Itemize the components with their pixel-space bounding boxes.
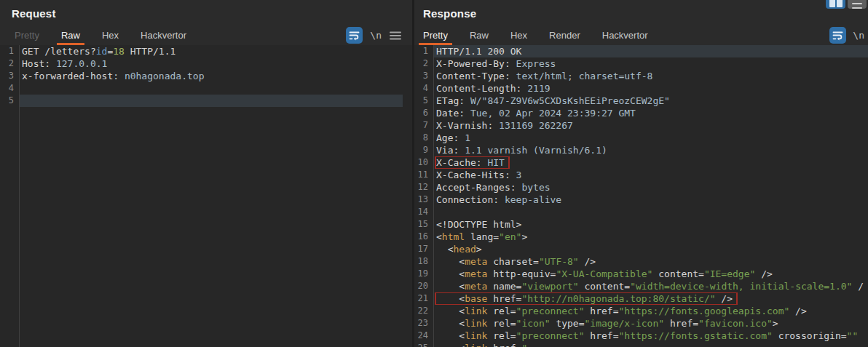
split-columns-button[interactable]: [826, 0, 845, 9]
word-wrap-glyph: [349, 30, 360, 41]
code-line[interactable]: 14: [414, 206, 868, 218]
window-menu-button[interactable]: [848, 0, 867, 9]
line-number: 12: [414, 181, 433, 194]
line-number: 2: [414, 57, 433, 70]
code-line[interactable]: 5ETag: W/"847-Z9V6w5CXDsKshEEiPreozCEW2g…: [414, 95, 868, 107]
code-line[interactable]: 18 <meta charset="UTF-8" />: [414, 255, 868, 268]
tab-hackvertor[interactable]: Hackvertor: [598, 27, 652, 45]
code-text: <!DOCTYPE html>: [433, 218, 868, 231]
code-line[interactable]: 24 <link rel="preconnect" href="https://…: [414, 330, 868, 342]
code-text: <head>: [433, 243, 868, 255]
code-line[interactable]: 1HTTP/1.1 200 OK: [414, 45, 868, 57]
response-editor-pretty[interactable]: 1HTTP/1.1 200 OK2X-Powered-By: Express3C…: [414, 45, 868, 347]
code-line[interactable]: 9Via: 1.1 varnish (Varnish/6.1): [414, 144, 868, 156]
code-line[interactable]: 3x-forwarded-host: n0hagonada.top: [0, 70, 412, 82]
code-text: Content-Length: 2119: [433, 82, 868, 95]
code-line[interactable]: 16<html lang="en">: [414, 231, 868, 243]
editor-menu-icon[interactable]: [389, 31, 402, 41]
code-line[interactable]: 6Date: Tue, 02 Apr 2024 23:39:27 GMT: [414, 107, 868, 119]
code-line[interactable]: 4: [0, 82, 412, 95]
code-text: <link rel="preconnect" href="https://fon…: [433, 305, 868, 317]
code-text: Connection: keep-alive: [433, 194, 868, 206]
line-number: 11: [414, 169, 433, 181]
code-text: <meta name="viewport" content="width=dev…: [433, 280, 868, 292]
show-newlines-icon[interactable]: \n: [370, 30, 382, 41]
word-wrap-icon[interactable]: [829, 27, 846, 44]
line-number: 1: [414, 45, 433, 57]
code-line[interactable]: 20 <meta name="viewport" content="width=…: [414, 280, 868, 292]
code-line[interactable]: 3Content-Type: text/html; charset=utf-8: [414, 70, 868, 82]
tab-hex[interactable]: Hex: [506, 27, 532, 45]
column-bar-icon: [829, 0, 835, 7]
code-line[interactable]: 17 <head>: [414, 243, 868, 255]
code-line[interactable]: 1GET /letters?id=18 HTTP/1.1: [0, 45, 412, 57]
tab-raw[interactable]: Raw: [465, 27, 493, 45]
line-number: 20: [414, 280, 433, 292]
code-line[interactable]: 19 <meta http-equiv="X-UA-Compatible" co…: [414, 268, 868, 280]
request-editor-raw[interactable]: 1GET /letters?id=18 HTTP/1.12Host: 127.0…: [0, 45, 412, 347]
code-text: HTTP/1.1 200 OK: [433, 45, 868, 57]
code-line[interactable]: 13Connection: keep-alive: [414, 194, 868, 206]
line-number: 7: [414, 119, 433, 132]
response-toolbar: \n: [829, 27, 868, 44]
line-number: 22: [414, 305, 433, 317]
tab-render[interactable]: Render: [545, 27, 585, 45]
code-line[interactable]: 10X-Cache: HIT: [414, 156, 868, 169]
code-text: <link rel="icon" type="image/x-icon" hre…: [433, 317, 868, 330]
code-text: GET /letters?id=18 HTTP/1.1: [19, 45, 412, 57]
code-line[interactable]: 23 <link rel="icon" type="image/x-icon" …: [414, 317, 868, 330]
code-text: Accept-Ranges: bytes: [433, 181, 868, 194]
code-line[interactable]: 4Content-Length: 2119: [414, 82, 868, 95]
code-line[interactable]: 5: [0, 95, 412, 107]
response-header: Response: [414, 0, 868, 23]
code-text: [433, 206, 868, 218]
word-wrap-glyph: [832, 30, 843, 41]
response-tabbar: PrettyRawHexRenderHackvertor \n: [414, 23, 868, 45]
code-line[interactable]: 11X-Cache-Hits: 3: [414, 169, 868, 181]
column-bar-icon: [837, 0, 843, 7]
line-number: 18: [414, 255, 433, 268]
line-number: 25: [414, 342, 433, 347]
code-line[interactable]: 22 <link rel="preconnect" href="https://…: [414, 305, 868, 317]
show-newlines-icon[interactable]: \n: [853, 30, 864, 41]
menu-bar-icon: [852, 3, 862, 4]
word-wrap-icon[interactable]: [346, 27, 363, 44]
code-text: [19, 82, 412, 95]
code-line[interactable]: 21 <base href="http://n0hagonada.top:80/…: [414, 292, 868, 305]
code-text: Age: 1: [433, 132, 868, 144]
code-line[interactable]: 7X-Varnish: 131169 262267: [414, 119, 868, 132]
message-editor-window: Request PrettyRawHexHackvertor \n: [0, 0, 868, 347]
request-title: Request: [12, 7, 56, 20]
code-line[interactable]: 2X-Powered-By: Express: [414, 57, 868, 70]
response-panel: Response PrettyRawHexRenderHackvertor \n: [414, 0, 868, 347]
code-line[interactable]: 15<!DOCTYPE html>: [414, 218, 868, 231]
tab-pretty[interactable]: Pretty: [419, 27, 452, 45]
code-text: Content-Type: text/html; charset=utf-8: [433, 70, 868, 82]
code-text: <meta charset="UTF-8" />: [433, 255, 868, 268]
code-line[interactable]: 2Host: 127.0.0.1: [0, 57, 412, 70]
tab-raw[interactable]: Raw: [57, 27, 84, 45]
line-number: 15: [414, 218, 433, 231]
tab-pretty[interactable]: Pretty: [10, 27, 44, 45]
annotation-box: <base href="http://n0hagonada.top:80/sta…: [436, 293, 736, 304]
line-number: 3: [0, 70, 19, 82]
request-tabs: PrettyRawHexHackvertor: [10, 27, 204, 45]
line-number: 3: [414, 70, 433, 82]
tab-hackvertor[interactable]: Hackvertor: [136, 27, 191, 45]
menu-bar-icon: [852, 7, 862, 9]
code-text: <link href=": [433, 342, 868, 347]
gutter-divider: [19, 45, 20, 347]
line-number: 24: [414, 330, 433, 342]
code-text: X-Varnish: 131169 262267: [433, 119, 868, 132]
line-number: 17: [414, 243, 433, 255]
line-number: 13: [414, 194, 433, 206]
line-number: 6: [414, 107, 433, 119]
code-line[interactable]: 12Accept-Ranges: bytes: [414, 181, 868, 194]
code-text: <base href="http://n0hagonada.top:80/sta…: [433, 292, 868, 305]
request-tabbar: PrettyRawHexHackvertor \n: [0, 23, 412, 45]
code-text: X-Cache: HIT: [433, 156, 868, 169]
tab-hex[interactable]: Hex: [98, 27, 123, 45]
line-number: 21: [414, 292, 433, 305]
code-line[interactable]: 25 <link href=": [414, 342, 868, 347]
code-line[interactable]: 8Age: 1: [414, 132, 868, 144]
